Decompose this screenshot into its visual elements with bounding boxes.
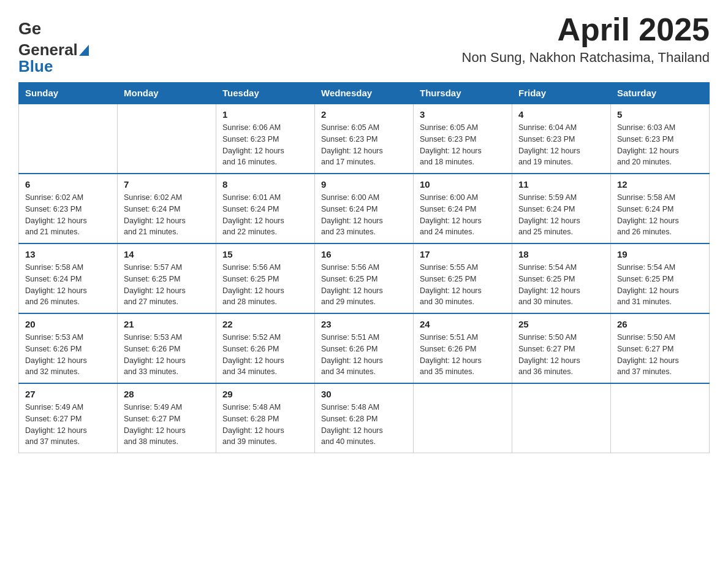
day-info: Sunrise: 5:58 AMSunset: 6:24 PMDaylight:… xyxy=(25,262,111,308)
calendar-header-sunday: Sunday xyxy=(19,83,118,104)
day-number: 18 xyxy=(518,249,604,259)
calendar-cell: 23Sunrise: 5:51 AMSunset: 6:26 PMDayligh… xyxy=(315,313,414,383)
calendar-cell: 16Sunrise: 5:56 AMSunset: 6:25 PMDayligh… xyxy=(315,243,414,313)
day-number: 6 xyxy=(25,179,111,190)
day-number: 27 xyxy=(25,389,111,399)
day-number: 8 xyxy=(222,179,308,190)
calendar-cell: 30Sunrise: 5:48 AMSunset: 6:28 PMDayligh… xyxy=(315,383,414,453)
day-info: Sunrise: 5:51 AMSunset: 6:26 PMDaylight:… xyxy=(420,332,506,378)
day-info: Sunrise: 5:49 AMSunset: 6:27 PMDaylight:… xyxy=(25,402,111,448)
day-number: 21 xyxy=(124,319,210,329)
calendar-table: SundayMondayTuesdayWednesdayThursdayFrid… xyxy=(18,82,710,453)
day-info: Sunrise: 6:04 AMSunset: 6:23 PMDaylight:… xyxy=(518,122,604,168)
calendar-cell: 24Sunrise: 5:51 AMSunset: 6:26 PMDayligh… xyxy=(414,313,512,383)
calendar-cell: 20Sunrise: 5:53 AMSunset: 6:26 PMDayligh… xyxy=(19,313,118,383)
day-number: 24 xyxy=(420,319,506,329)
calendar-cell xyxy=(19,104,118,174)
day-number: 1 xyxy=(222,109,308,120)
day-info: Sunrise: 6:05 AMSunset: 6:23 PMDaylight:… xyxy=(321,122,407,168)
calendar-cell: 2Sunrise: 6:05 AMSunset: 6:23 PMDaylight… xyxy=(315,104,414,174)
day-number: 2 xyxy=(321,109,407,120)
day-info: Sunrise: 5:52 AMSunset: 6:26 PMDaylight:… xyxy=(222,332,308,378)
day-info: Sunrise: 5:54 AMSunset: 6:25 PMDaylight:… xyxy=(518,262,604,308)
calendar-week-row: 27Sunrise: 5:49 AMSunset: 6:27 PMDayligh… xyxy=(19,383,710,453)
calendar-cell: 28Sunrise: 5:49 AMSunset: 6:27 PMDayligh… xyxy=(118,383,216,453)
day-info: Sunrise: 5:54 AMSunset: 6:25 PMDaylight:… xyxy=(617,262,703,308)
day-number: 23 xyxy=(321,319,407,329)
day-number: 7 xyxy=(124,179,210,190)
day-number: 16 xyxy=(321,249,407,259)
day-info: Sunrise: 6:03 AMSunset: 6:23 PMDaylight:… xyxy=(617,122,703,168)
calendar-cell: 26Sunrise: 5:50 AMSunset: 6:27 PMDayligh… xyxy=(611,313,710,383)
calendar-week-row: 6Sunrise: 6:02 AMSunset: 6:23 PMDaylight… xyxy=(19,174,710,243)
title-block: April 2025 Non Sung, Nakhon Ratchasima, … xyxy=(462,12,710,66)
day-info: Sunrise: 6:01 AMSunset: 6:24 PMDaylight:… xyxy=(222,192,308,238)
calendar-week-row: 1Sunrise: 6:06 AMSunset: 6:23 PMDaylight… xyxy=(19,104,710,174)
calendar-cell xyxy=(512,383,611,453)
calendar-header-tuesday: Tuesday xyxy=(216,83,315,104)
calendar-header-thursday: Thursday xyxy=(414,83,512,104)
day-number: 25 xyxy=(518,319,604,329)
page-subtitle: Non Sung, Nakhon Ratchasima, Thailand xyxy=(462,50,710,66)
day-info: Sunrise: 5:53 AMSunset: 6:26 PMDaylight:… xyxy=(124,332,210,378)
calendar-cell: 19Sunrise: 5:54 AMSunset: 6:25 PMDayligh… xyxy=(611,243,710,313)
day-number: 13 xyxy=(25,249,111,259)
calendar-header-saturday: Saturday xyxy=(611,83,710,104)
day-number: 4 xyxy=(518,109,604,120)
day-number: 29 xyxy=(222,389,308,399)
day-number: 28 xyxy=(124,389,210,399)
day-info: Sunrise: 6:00 AMSunset: 6:24 PMDaylight:… xyxy=(321,192,407,238)
calendar-cell xyxy=(414,383,512,453)
day-info: Sunrise: 5:59 AMSunset: 6:24 PMDaylight:… xyxy=(518,192,604,238)
logo-icon: General xyxy=(18,17,40,42)
day-info: Sunrise: 5:50 AMSunset: 6:27 PMDaylight:… xyxy=(518,332,604,378)
logo-blue-text: Blue xyxy=(18,57,53,75)
day-number: 9 xyxy=(321,179,407,190)
calendar-header-friday: Friday xyxy=(512,83,611,104)
calendar-cell: 29Sunrise: 5:48 AMSunset: 6:28 PMDayligh… xyxy=(216,383,315,453)
calendar-cell: 10Sunrise: 6:00 AMSunset: 6:24 PMDayligh… xyxy=(414,174,512,243)
calendar-cell: 9Sunrise: 6:00 AMSunset: 6:24 PMDaylight… xyxy=(315,174,414,243)
calendar-cell: 5Sunrise: 6:03 AMSunset: 6:23 PMDaylight… xyxy=(611,104,710,174)
day-info: Sunrise: 6:06 AMSunset: 6:23 PMDaylight:… xyxy=(222,122,308,168)
svg-text:General: General xyxy=(18,19,40,38)
day-number: 30 xyxy=(321,389,407,399)
calendar-cell: 3Sunrise: 6:05 AMSunset: 6:23 PMDaylight… xyxy=(414,104,512,174)
day-info: Sunrise: 5:51 AMSunset: 6:26 PMDaylight:… xyxy=(321,332,407,378)
day-number: 3 xyxy=(420,109,506,120)
calendar-cell: 11Sunrise: 5:59 AMSunset: 6:24 PMDayligh… xyxy=(512,174,611,243)
day-number: 5 xyxy=(617,109,703,120)
calendar-header-monday: Monday xyxy=(118,83,216,104)
day-number: 11 xyxy=(518,179,604,190)
calendar-cell: 18Sunrise: 5:54 AMSunset: 6:25 PMDayligh… xyxy=(512,243,611,313)
day-info: Sunrise: 6:00 AMSunset: 6:24 PMDaylight:… xyxy=(420,192,506,238)
day-info: Sunrise: 6:05 AMSunset: 6:23 PMDaylight:… xyxy=(420,122,506,168)
day-number: 20 xyxy=(25,319,111,329)
day-number: 19 xyxy=(617,249,703,259)
logo: General General Blue xyxy=(18,12,90,76)
day-info: Sunrise: 5:56 AMSunset: 6:25 PMDaylight:… xyxy=(321,262,407,308)
calendar-cell: 27Sunrise: 5:49 AMSunset: 6:27 PMDayligh… xyxy=(19,383,118,453)
calendar-cell: 4Sunrise: 6:04 AMSunset: 6:23 PMDaylight… xyxy=(512,104,611,174)
day-info: Sunrise: 5:55 AMSunset: 6:25 PMDaylight:… xyxy=(420,262,506,308)
day-info: Sunrise: 5:53 AMSunset: 6:26 PMDaylight:… xyxy=(25,332,111,378)
day-info: Sunrise: 5:58 AMSunset: 6:24 PMDaylight:… xyxy=(617,192,703,238)
day-info: Sunrise: 5:48 AMSunset: 6:28 PMDaylight:… xyxy=(321,402,407,448)
day-info: Sunrise: 5:50 AMSunset: 6:27 PMDaylight:… xyxy=(617,332,703,378)
calendar-cell: 25Sunrise: 5:50 AMSunset: 6:27 PMDayligh… xyxy=(512,313,611,383)
calendar-week-row: 13Sunrise: 5:58 AMSunset: 6:24 PMDayligh… xyxy=(19,243,710,313)
day-info: Sunrise: 5:49 AMSunset: 6:27 PMDaylight:… xyxy=(124,402,210,448)
day-info: Sunrise: 5:57 AMSunset: 6:25 PMDaylight:… xyxy=(124,262,210,308)
calendar-cell: 17Sunrise: 5:55 AMSunset: 6:25 PMDayligh… xyxy=(414,243,512,313)
svg-marker-1 xyxy=(79,45,89,56)
calendar-cell: 21Sunrise: 5:53 AMSunset: 6:26 PMDayligh… xyxy=(118,313,216,383)
day-number: 17 xyxy=(420,249,506,259)
calendar-cell: 22Sunrise: 5:52 AMSunset: 6:26 PMDayligh… xyxy=(216,313,315,383)
calendar-cell: 6Sunrise: 6:02 AMSunset: 6:23 PMDaylight… xyxy=(19,174,118,243)
calendar-cell: 15Sunrise: 5:56 AMSunset: 6:25 PMDayligh… xyxy=(216,243,315,313)
calendar-cell: 14Sunrise: 5:57 AMSunset: 6:25 PMDayligh… xyxy=(118,243,216,313)
day-number: 26 xyxy=(617,319,703,329)
day-number: 10 xyxy=(420,179,506,190)
calendar-header-wednesday: Wednesday xyxy=(315,83,414,104)
page-header: General General Blue April 2025 Non Sung… xyxy=(18,12,710,76)
